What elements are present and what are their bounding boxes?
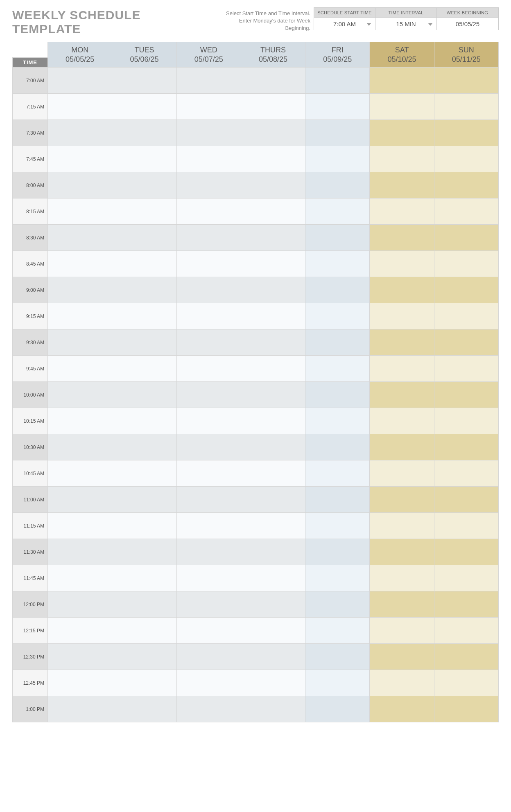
schedule-cell[interactable] (176, 146, 241, 172)
schedule-cell[interactable] (112, 434, 176, 460)
schedule-cell[interactable] (112, 382, 176, 408)
schedule-cell[interactable] (241, 225, 305, 251)
schedule-cell[interactable] (112, 120, 176, 146)
schedule-cell[interactable] (48, 382, 112, 408)
schedule-cell[interactable] (112, 277, 176, 303)
schedule-cell[interactable] (241, 591, 305, 618)
schedule-cell[interactable] (370, 460, 434, 487)
schedule-cell[interactable] (176, 513, 241, 539)
start-time-select[interactable]: 7:00 AM (314, 18, 375, 30)
schedule-cell[interactable] (370, 277, 434, 303)
schedule-cell[interactable] (434, 146, 498, 172)
schedule-cell[interactable] (434, 277, 498, 303)
schedule-cell[interactable] (176, 303, 241, 329)
schedule-cell[interactable] (370, 146, 434, 172)
schedule-cell[interactable] (305, 434, 370, 460)
schedule-cell[interactable] (305, 146, 370, 172)
schedule-cell[interactable] (370, 120, 434, 146)
schedule-cell[interactable] (305, 408, 370, 434)
schedule-cell[interactable] (434, 565, 498, 591)
schedule-cell[interactable] (434, 696, 498, 722)
schedule-cell[interactable] (112, 644, 176, 670)
schedule-cell[interactable] (241, 670, 305, 696)
schedule-cell[interactable] (434, 382, 498, 408)
schedule-cell[interactable] (48, 591, 112, 618)
schedule-cell[interactable] (112, 303, 176, 329)
schedule-cell[interactable] (370, 487, 434, 513)
schedule-cell[interactable] (48, 565, 112, 591)
schedule-cell[interactable] (176, 356, 241, 382)
schedule-cell[interactable] (434, 198, 498, 225)
schedule-cell[interactable] (370, 591, 434, 618)
schedule-cell[interactable] (241, 382, 305, 408)
schedule-cell[interactable] (434, 513, 498, 539)
schedule-cell[interactable] (241, 644, 305, 670)
schedule-cell[interactable] (176, 408, 241, 434)
schedule-cell[interactable] (48, 618, 112, 644)
schedule-cell[interactable] (48, 146, 112, 172)
schedule-cell[interactable] (305, 644, 370, 670)
schedule-cell[interactable] (176, 670, 241, 696)
schedule-cell[interactable] (48, 277, 112, 303)
schedule-cell[interactable] (176, 172, 241, 198)
schedule-cell[interactable] (370, 68, 434, 94)
schedule-cell[interactable] (112, 225, 176, 251)
schedule-cell[interactable] (112, 68, 176, 94)
schedule-cell[interactable] (305, 618, 370, 644)
schedule-cell[interactable] (434, 487, 498, 513)
schedule-cell[interactable] (112, 696, 176, 722)
schedule-cell[interactable] (434, 303, 498, 329)
schedule-cell[interactable] (48, 251, 112, 277)
schedule-cell[interactable] (48, 696, 112, 722)
schedule-cell[interactable] (305, 94, 370, 120)
schedule-cell[interactable] (48, 539, 112, 565)
schedule-cell[interactable] (241, 487, 305, 513)
schedule-cell[interactable] (176, 277, 241, 303)
schedule-cell[interactable] (241, 460, 305, 487)
schedule-cell[interactable] (434, 618, 498, 644)
schedule-cell[interactable] (370, 94, 434, 120)
schedule-cell[interactable] (112, 513, 176, 539)
schedule-cell[interactable] (241, 303, 305, 329)
schedule-cell[interactable] (48, 487, 112, 513)
schedule-cell[interactable] (434, 539, 498, 565)
schedule-cell[interactable] (370, 172, 434, 198)
schedule-cell[interactable] (370, 618, 434, 644)
schedule-cell[interactable] (434, 329, 498, 356)
schedule-cell[interactable] (305, 565, 370, 591)
schedule-cell[interactable] (48, 670, 112, 696)
schedule-cell[interactable] (241, 94, 305, 120)
schedule-cell[interactable] (48, 644, 112, 670)
schedule-cell[interactable] (305, 539, 370, 565)
schedule-cell[interactable] (241, 146, 305, 172)
schedule-cell[interactable] (370, 303, 434, 329)
schedule-cell[interactable] (112, 408, 176, 434)
schedule-cell[interactable] (112, 591, 176, 618)
schedule-cell[interactable] (370, 696, 434, 722)
schedule-cell[interactable] (48, 198, 112, 225)
schedule-cell[interactable] (176, 198, 241, 225)
schedule-cell[interactable] (176, 539, 241, 565)
schedule-cell[interactable] (434, 644, 498, 670)
schedule-cell[interactable] (434, 670, 498, 696)
schedule-cell[interactable] (48, 408, 112, 434)
schedule-cell[interactable] (305, 513, 370, 539)
week-begin-input[interactable]: 05/05/25 (437, 18, 498, 30)
schedule-cell[interactable] (434, 251, 498, 277)
schedule-cell[interactable] (434, 120, 498, 146)
schedule-cell[interactable] (241, 539, 305, 565)
schedule-cell[interactable] (176, 434, 241, 460)
schedule-cell[interactable] (241, 198, 305, 225)
schedule-cell[interactable] (370, 513, 434, 539)
schedule-cell[interactable] (370, 644, 434, 670)
schedule-cell[interactable] (176, 618, 241, 644)
schedule-cell[interactable] (48, 329, 112, 356)
schedule-cell[interactable] (434, 68, 498, 94)
schedule-cell[interactable] (370, 382, 434, 408)
schedule-cell[interactable] (112, 251, 176, 277)
schedule-cell[interactable] (241, 172, 305, 198)
schedule-cell[interactable] (176, 225, 241, 251)
schedule-cell[interactable] (48, 513, 112, 539)
schedule-cell[interactable] (434, 434, 498, 460)
schedule-cell[interactable] (241, 618, 305, 644)
